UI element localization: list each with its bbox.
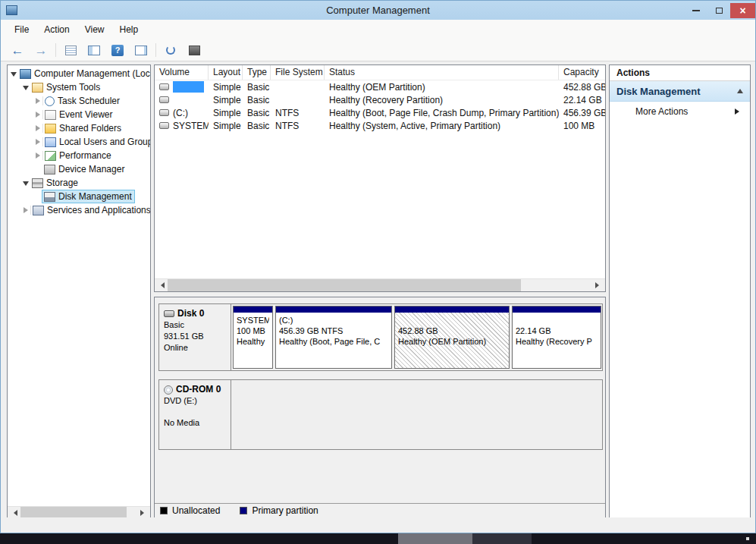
expander-icon[interactable] [33, 151, 43, 160]
more-actions-label: More Actions [635, 106, 688, 117]
tree-item-task-scheduler[interactable]: Task Scheduler [8, 94, 150, 108]
column-header-status[interactable]: Status [325, 65, 559, 80]
tree-item-label: Task Scheduler [58, 96, 120, 106]
back-button[interactable]: ← [8, 42, 27, 58]
scrollbar-thumb[interactable] [168, 279, 521, 291]
volume-icon [159, 96, 169, 103]
system-tools-icon [32, 83, 43, 93]
performance-icon [45, 151, 56, 161]
taskbar[interactable] [0, 533, 756, 544]
show-action-pane-button[interactable] [132, 42, 150, 58]
expander-icon[interactable] [9, 68, 18, 80]
expander-icon[interactable] [21, 178, 30, 189]
menu-help[interactable]: Help [112, 21, 146, 38]
volume-row-recovery[interactable]: Simple Basic Healthy (Recovery Partition… [155, 93, 605, 106]
tree-item-disk-management[interactable]: Disk Management [8, 190, 150, 203]
expander-icon[interactable] [33, 110, 43, 119]
column-header-capacity[interactable]: Capacity [559, 65, 605, 80]
cdrom-state: No Media [164, 417, 226, 429]
primary-partition-swatch-icon [240, 507, 247, 514]
forward-button[interactable]: → [32, 42, 50, 58]
window-controls: × [685, 3, 755, 18]
menu-view[interactable]: View [77, 21, 112, 38]
volume-file-system: NTFS [271, 108, 325, 118]
partition-name: SYSTEM [237, 315, 269, 325]
disk-management-icon [44, 192, 55, 202]
column-header-file-system[interactable]: File System [271, 65, 325, 80]
menu-file[interactable]: File [7, 21, 36, 38]
partition-oem-selected[interactable]: 452.88 GB Healthy (OEM Partition) [394, 306, 510, 369]
cdrom-name: CD-ROM 0 [176, 384, 221, 395]
disk0-header[interactable]: Disk 0 Basic 931.51 GB Online [159, 304, 231, 370]
primary-partition-color-bar [513, 307, 601, 313]
tree-item-system-tools[interactable]: System Tools [8, 80, 150, 94]
disk-size: 931.51 GB [164, 331, 226, 342]
cdrom-header[interactable]: CD-ROM 0 DVD (E:) No Media [159, 380, 231, 449]
volume-type: Basic [243, 121, 271, 131]
tree-item-services-applications[interactable]: Services and Applications [8, 203, 150, 217]
tree-item-storage[interactable]: Storage [8, 176, 150, 190]
cdrom-media-area[interactable] [231, 380, 602, 449]
column-header-volume[interactable]: Volume [155, 65, 209, 80]
menu-action[interactable]: Action [36, 21, 77, 38]
partition-name: (C:) [279, 315, 388, 325]
volume-layout: Simple [209, 82, 243, 93]
properties-button[interactable] [185, 42, 203, 58]
partition-status: Healthy [237, 336, 269, 347]
volume-row-c[interactable]: (C:) Simple Basic NTFS Healthy (Boot, Pa… [155, 106, 605, 119]
close-button[interactable]: × [730, 3, 755, 18]
tree-item-local-users-groups[interactable]: Local Users and Groups [8, 135, 150, 149]
list-horizontal-scrollbar[interactable] [155, 278, 605, 291]
expander-icon[interactable] [21, 82, 30, 93]
taskbar-window-button[interactable] [398, 533, 472, 544]
refresh-button[interactable] [162, 42, 180, 58]
column-header-type[interactable]: Type [243, 65, 271, 80]
partition-recovery[interactable]: 22.14 GB Healthy (Recovery P [512, 306, 601, 369]
actions-disk-management-header[interactable]: Disk Management [610, 81, 750, 102]
cd-rom-icon [164, 385, 173, 395]
maximize-button[interactable] [707, 3, 730, 18]
toolbar-separator [155, 43, 156, 57]
more-actions-item[interactable]: More Actions [610, 102, 750, 121]
volume-status: Healthy (OEM Partition) [325, 82, 559, 93]
export-list-button[interactable] [61, 42, 80, 58]
screen: Computer Management × File Action View H… [0, 0, 756, 544]
actions-pane: Actions Disk Management More Actions [609, 64, 751, 518]
show-console-tree-button[interactable] [85, 42, 103, 58]
tree-item-device-manager[interactable]: Device Manager [8, 162, 150, 176]
partition-c[interactable]: (C:) 456.39 GB NTFS Healthy (Boot, Page … [275, 306, 392, 369]
properties-icon [189, 46, 200, 55]
title-bar[interactable]: Computer Management × [1, 1, 755, 20]
expander-icon[interactable] [33, 96, 43, 105]
partition-system[interactable]: SYSTEM 100 MB Healthy [233, 306, 273, 369]
volume-name: SYSTEM [173, 121, 209, 131]
volume-row-system[interactable]: SYSTEM Simple Basic NTFS Healthy (System… [155, 119, 605, 132]
tree-item-computer-management[interactable]: Computer Management (Local [8, 67, 150, 80]
volume-row-oem[interactable]: Simple Basic Healthy (OEM Partition) 452… [155, 80, 605, 93]
tree-item-shared-folders[interactable]: Shared Folders [8, 121, 150, 135]
taskbar-segment[interactable] [472, 533, 532, 544]
tree-item-event-viewer[interactable]: Event Viewer [8, 108, 150, 121]
toolbar: ← → ? [1, 39, 755, 61]
column-header-layout[interactable]: Layout [209, 65, 243, 80]
partition-size: 100 MB [237, 325, 269, 336]
expander-icon[interactable] [33, 124, 43, 133]
cdrom-kind: DVD (E:) [164, 395, 226, 407]
scroll-left-arrow[interactable] [155, 279, 168, 291]
minimize-button[interactable] [685, 3, 707, 18]
forward-arrow-icon: → [35, 44, 48, 57]
primary-partition-color-bar [276, 307, 391, 313]
device-manager-icon [44, 165, 55, 175]
expander-icon[interactable] [33, 137, 43, 146]
expander-icon[interactable] [21, 206, 31, 215]
maximize-icon [716, 8, 723, 14]
taskbar-indicator-icon [746, 537, 749, 540]
legend-label: Primary partition [252, 505, 318, 516]
app-icon[interactable] [6, 5, 17, 15]
scroll-right-arrow[interactable] [592, 279, 605, 291]
legend-item-primary: Primary partition [240, 505, 318, 516]
tree-item-performance[interactable]: Performance [8, 149, 150, 162]
console-tree: Computer Management (Local System Tools … [8, 65, 150, 505]
volume-capacity: 100 MB [559, 121, 605, 131]
help-button[interactable]: ? [108, 42, 127, 58]
